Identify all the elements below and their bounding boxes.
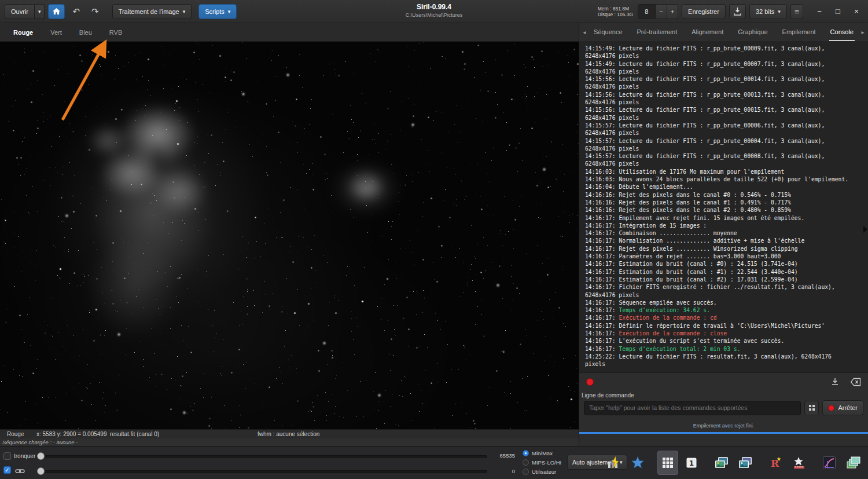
single-view-button[interactable]: 1 [681, 451, 702, 475]
panel-tab[interactable]: Pré-traitement [636, 23, 679, 41]
panel-tab[interactable]: Alignement [690, 23, 724, 41]
slider-track[interactable] [37, 455, 487, 458]
panel-tab[interactable]: Séquence [593, 23, 624, 41]
thread-count-value: 8 [638, 4, 655, 19]
console-line: 14:25:22:Lecture du fichier FITS : resul… [585, 353, 849, 368]
sequence-frames-button[interactable] [711, 451, 732, 475]
hamburger-menu-button[interactable]: ≡ [790, 4, 803, 19]
chevron-down-icon: ▾ [778, 9, 781, 14]
home-button[interactable] [48, 4, 65, 19]
channel-tab[interactable]: Rouge [5, 23, 42, 41]
slider-track[interactable] [37, 470, 487, 473]
channel-tabbar: Rouge Vert Bleu RVB [0, 23, 579, 42]
window-controls: − □ × [812, 5, 863, 19]
image-processing-menu-button[interactable]: Traitement de l'image ▾ [112, 4, 192, 19]
log-record-button[interactable] [585, 377, 595, 387]
lo-level-slider[interactable] [37, 467, 487, 476]
console-line: 14:16:17:Empilement avec rejet fini. 15 … [585, 214, 849, 222]
home-icon [52, 8, 61, 15]
hi-level-slider[interactable] [37, 452, 487, 460]
hamburger-icon: ≡ [795, 7, 799, 16]
console-message: Normalisation ............. additive + m… [619, 237, 805, 244]
image-view[interactable] [0, 42, 579, 429]
open-button-group: Ouvrir ▾ [5, 4, 45, 19]
auto-stretch-button[interactable] [604, 451, 624, 475]
hi-level-value: 65535 [491, 452, 515, 459]
grid-view-button[interactable] [657, 451, 678, 475]
panel-tab[interactable]: Graphique [737, 23, 768, 41]
radio-icon [523, 459, 529, 466]
console-timestamp: 14:16:17: [585, 246, 616, 252]
console-timestamp: 14:16:17: [585, 323, 616, 329]
tabs-scroll-left-icon[interactable]: ◂ [581, 29, 588, 35]
layers-button[interactable] [843, 451, 863, 475]
console-timestamp: 14:16:16: [585, 207, 616, 213]
single-frame-icon: 1 [685, 456, 698, 469]
channel-tab[interactable]: Bleu [71, 23, 101, 41]
thread-decrement-button[interactable]: − [655, 4, 667, 19]
console-line: 14:16:17:Estimation du bruit (canal : #0… [585, 260, 849, 268]
sequence-status: Séquence chargée : - aucune - [0, 438, 579, 446]
console-timestamp: 14:16:03: [585, 169, 616, 175]
truncate-label: tronquer [14, 453, 35, 459]
slider-handle[interactable] [37, 452, 45, 460]
star-ruler-icon [792, 456, 806, 470]
chevron-down-icon: ▾ [228, 9, 231, 14]
console-line: 14:16:17:Exécution de la commande : clos… [585, 330, 849, 337]
clear-console-button[interactable] [849, 376, 862, 387]
console-timestamp: 14:16:17: [585, 346, 616, 352]
console-message: Estimation du bruit (canal : #2) : 17.03… [619, 276, 798, 283]
channel-tab[interactable]: RVB [101, 23, 131, 41]
bit-depth-selector[interactable]: 32 bits ▾ [749, 4, 787, 19]
console-timestamp: 14:15:57: [585, 122, 616, 129]
thread-increment-button[interactable]: + [667, 4, 678, 19]
star-detection-button[interactable] [627, 451, 648, 475]
panel-tab[interactable]: Console [829, 23, 855, 41]
photo-stack-icon [714, 456, 729, 470]
display-mode-option[interactable]: Utilisateur [523, 467, 561, 476]
console-timestamp: 14:15:49: [585, 61, 616, 67]
command-input[interactable] [584, 401, 801, 415]
maximize-button[interactable]: □ [831, 5, 845, 19]
rgb-composition-button[interactable]: R [765, 451, 786, 475]
channel-tab[interactable]: Vert [42, 23, 71, 41]
tabs-scroll-right-icon[interactable]: ▸ [859, 29, 866, 35]
link-channels-button[interactable] [15, 466, 25, 476]
console-timestamp: 14:16:04: [585, 184, 616, 190]
open-button[interactable]: Ouvrir [5, 4, 35, 19]
truncate-checkbox[interactable]: tronquer [3, 452, 35, 460]
display-mode-option[interactable]: Min/Max [523, 449, 561, 457]
blue-star-icon [631, 456, 645, 470]
console-message: Estimation du bruit (canal : #1) : 22.54… [619, 269, 798, 275]
panel-tab[interactable]: Empilement [781, 23, 817, 41]
image-stack-button[interactable] [735, 451, 756, 475]
stop-button[interactable]: Arrêter [822, 400, 863, 415]
console-line: 14:16:17:Séquence empilée avec succès. [585, 299, 849, 306]
command-grid-icon [808, 404, 815, 411]
image-statusbar: Rouge x: 5583 y: 2900 = 0.005499 resulta… [0, 429, 579, 438]
star-metrics-button[interactable] [789, 451, 810, 475]
console-timestamp: 14:25:22: [585, 353, 616, 360]
redo-button[interactable]: ↷ [87, 4, 103, 19]
link-channels-checkbox[interactable]: ✓ [3, 466, 11, 474]
red-r-star-icon: R [768, 456, 782, 470]
open-dropdown-button[interactable]: ▾ [35, 4, 45, 19]
histogram-curves-button[interactable] [819, 451, 840, 475]
display-mode-option[interactable]: MIPS-LO/HI [523, 458, 561, 466]
scripts-menu-button[interactable]: Scripts ▾ [198, 4, 237, 19]
grid-view-icon [661, 456, 674, 469]
pane-resize-handle[interactable] [863, 226, 867, 233]
console-line: 14:16:17:Estimation du bruit (canal : #2… [585, 276, 849, 283]
console-timestamp: 14:15:56: [585, 107, 616, 113]
export-log-button[interactable] [829, 376, 841, 387]
minimize-button[interactable]: − [812, 5, 826, 19]
save-as-button[interactable] [729, 4, 746, 19]
close-button[interactable]: × [849, 5, 863, 19]
console-message: Lecture du fichier FITS : r_pp_brute_000… [585, 138, 825, 152]
save-button[interactable]: Enregistrer [682, 4, 726, 19]
command-list-button[interactable] [804, 401, 819, 415]
slider-handle[interactable] [37, 467, 45, 475]
console-message: Utilisation de 17176 Mo maximum pour l'e… [619, 169, 785, 175]
console-log[interactable]: 14:15:49:Lecture du fichier FITS : r_pp_… [579, 42, 868, 373]
undo-button[interactable]: ↶ [68, 4, 84, 19]
